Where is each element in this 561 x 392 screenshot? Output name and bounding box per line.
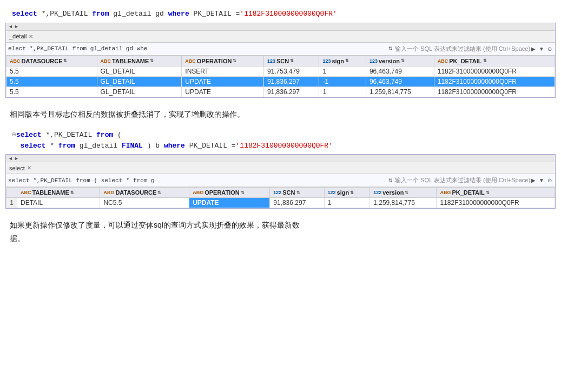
type-122-version2: 122 [373,190,381,195]
type-abc-tablename: ABC [101,58,111,64]
sort-scn2[interactable]: ⇅ [296,190,300,195]
filter-run-icon[interactable]: ▶ [530,45,537,52]
type-122-sign2: 122 [328,190,336,195]
table-wrapper-1: ABC DATASOURCE ⇅ ABC TABLENAME ⇅ [6,56,555,97]
filter-run-icon-2[interactable]: ▶ [530,177,537,184]
col-header-tablename-2[interactable]: ABC TABLENAME ⇅ [17,188,100,198]
type-abg-datasource2: ABG [103,190,114,195]
description-1: 相同版本号且标志位相反的数据被折叠抵消了，实现了增删改的操作。 [5,101,556,128]
filter-dropdown-icon[interactable]: ▼ [538,45,545,52]
col-header-sign[interactable]: 123 sign ⇅ [319,56,366,66]
sql-kw-select2: select [16,131,42,139]
scroll-left-arrow[interactable]: ◄ [8,24,13,29]
filter-dropdown-icon-2[interactable]: ▼ [538,177,545,184]
col-name-version: version [379,58,400,64]
tab-label-2[interactable]: select [9,165,25,171]
sql-indent2 [12,142,21,150]
col-name-tablename: TABLENAME [112,58,149,64]
sort-datasource[interactable]: ⇅ [63,58,67,63]
sql-col2: *,PK_DETAIL [42,131,96,139]
sort-datasource2[interactable]: ⇅ [157,190,161,195]
filter-extra-icon-2[interactable]: ⊙ [546,177,553,184]
sort-version[interactable]: ⇅ [401,58,405,63]
sort-tablename[interactable]: ⇅ [150,58,154,63]
cell-operation-3: UPDATE [182,87,264,97]
cell-tablename-3: GL_DETAIL [97,87,182,97]
filter-icons-2: ▶ ▼ ⊙ [530,177,553,184]
col-header-sign-2[interactable]: 122 sign ⇅ [324,188,370,198]
col-header-pk-2[interactable]: ABG PK_DETAIL ⇅ [437,188,555,198]
filter-placeholder-2[interactable]: 输入一个 SQL 表达式来过滤结果 (使用 Ctrl+Space) [395,176,530,184]
col-header-tablename[interactable]: ABC TABLENAME ⇅ [97,56,182,66]
sort-scn[interactable]: ⇅ [290,58,294,63]
description-text-1: 相同版本号且标志位相反的数据被折叠抵消了，实现了增删改的操作。 [10,110,245,118]
cell-pk2-1: 1182F310000000000Q0FR [437,198,555,208]
filter-sql-text-1: elect *,PK_DETAIL from gl_detail gd whe [8,45,147,52]
filter-sql-text-2: select *,PK_DETAIL from ( select * from … [8,177,155,184]
sort-pk[interactable]: ⇅ [483,58,487,63]
type-abg-operation2: ABG [193,190,203,195]
cell-datasource2-1: NC5.5 [100,198,189,208]
sql-col-pk1: PK_DETAIL = [194,10,240,18]
scroll-right-arrow-2[interactable]: ► [14,156,19,161]
scroll-left-arrow-2[interactable]: ◄ [8,156,13,161]
sort-operation2[interactable]: ⇅ [241,190,245,195]
filter-placeholder-1[interactable]: 输入一个 SQL 表达式来过滤结果 (使用 Ctrl+Space) [395,45,530,53]
scroll-bar-top-2: ◄ ► [6,155,555,162]
col-header-version[interactable]: 123 version ⇅ [366,56,434,66]
tab-close-1[interactable]: ✕ [29,34,33,39]
col-header-datasource-2[interactable]: ABG DATASOURCE ⇅ [100,188,189,198]
sql-kw-select2b: select [21,142,46,150]
tab-close-2[interactable]: ✕ [27,165,31,171]
filter-sort-icon-1: ⇅ [388,46,393,51]
tab-label-1[interactable]: _detail [9,33,27,39]
col-header-operation-2[interactable]: ABG OPERATION ⇅ [189,188,270,198]
type-abc-pk: ABC [438,58,448,64]
sql-star2: * [45,142,58,150]
cell-datasource-3: 5.5 [6,87,97,97]
sort-sign2[interactable]: ⇅ [350,190,354,195]
col-header-datasource[interactable]: ABC DATASOURCE ⇅ [6,56,97,66]
table-row[interactable]: 5.5 GL_DETAIL INSERT 91,753,479 1 96,463… [6,66,555,76]
cell-sign-1: 1 [319,66,366,76]
cell-datasource-1: 5.5 [6,66,97,76]
table-row[interactable]: 5.5 GL_DETAIL UPDATE 91,836,297 -1 96,46… [6,76,555,87]
col-name-version2: version [382,189,404,196]
cell-pk-1: 1182F310000000000Q0FR [434,66,555,76]
sort-sign[interactable]: ⇅ [345,58,349,63]
description-text-2-line1: 如果更新操作仅修改了度量，可以通过变体sql的查询方式实现折叠的效果，获得最新数 [10,221,300,229]
sql-kw-final2: FINAL [122,142,143,150]
cell-version-3: 1,259,814,775 [366,87,434,97]
filter-sql-2: select *,PK_DETAIL from ( select * from … [8,177,388,184]
page-container: select *,PK_DETAIL from gl_detail gd whe… [0,5,561,250]
filter-bar-2: select *,PK_DETAIL from ( select * from … [6,174,555,187]
col-name-pk: PK_DETAIL [449,58,481,64]
type-abc-operation: ABC [185,58,196,64]
filter-sql-1: elect *,PK_DETAIL from gl_detail gd whe [8,45,388,52]
table-row[interactable]: 1 DETAIL NC5.5 UPDATE 91,836,297 1 1,259… [6,198,555,208]
filter-bar-1: elect *,PK_DETAIL from gl_detail gd whe … [6,43,555,56]
sort-pk2[interactable]: ⇅ [486,190,490,195]
cell-sign-2: -1 [319,76,366,87]
col-header-pk-detail[interactable]: ABC PK_DETAIL ⇅ [434,56,555,66]
sql-b2: ) b [143,142,164,150]
col-header-operation[interactable]: ABC OPERATION ⇅ [182,56,264,66]
type-abc-tablename2: ABC [21,190,31,195]
sort-operation[interactable]: ⇅ [233,58,236,63]
cell-sign2-1: 1 [324,198,370,208]
col-header-version-2[interactable]: 122 version ⇅ [370,188,437,198]
data-table-2: ABC TABLENAME ⇅ ABG DATASOURCE ⇅ [6,187,555,208]
scroll-bar-top-1: ◄ ► [6,23,555,31]
sort-version2[interactable]: ⇅ [405,190,408,195]
col-header-scn-2[interactable]: 122 SCN ⇅ [270,188,324,198]
scroll-arrows-2: ◄ ► [8,156,19,161]
cell-datasource-2: 5.5 [6,76,97,87]
col-header-scn[interactable]: 123 SCN ⇅ [263,56,319,66]
cell-operation-1: INSERT [182,66,264,76]
sort-tablename2[interactable]: ⇅ [70,190,74,195]
filter-extra-icon[interactable]: ⊙ [546,45,553,52]
data-table-1: ABC DATASOURCE ⇅ ABC TABLENAME ⇅ [6,56,555,97]
filter-icons-1: ▶ ▼ ⊙ [530,45,553,52]
scroll-right-arrow[interactable]: ► [14,24,19,29]
table-row[interactable]: 5.5 GL_DETAIL UPDATE 91,836,297 1 1,259,… [6,87,555,97]
